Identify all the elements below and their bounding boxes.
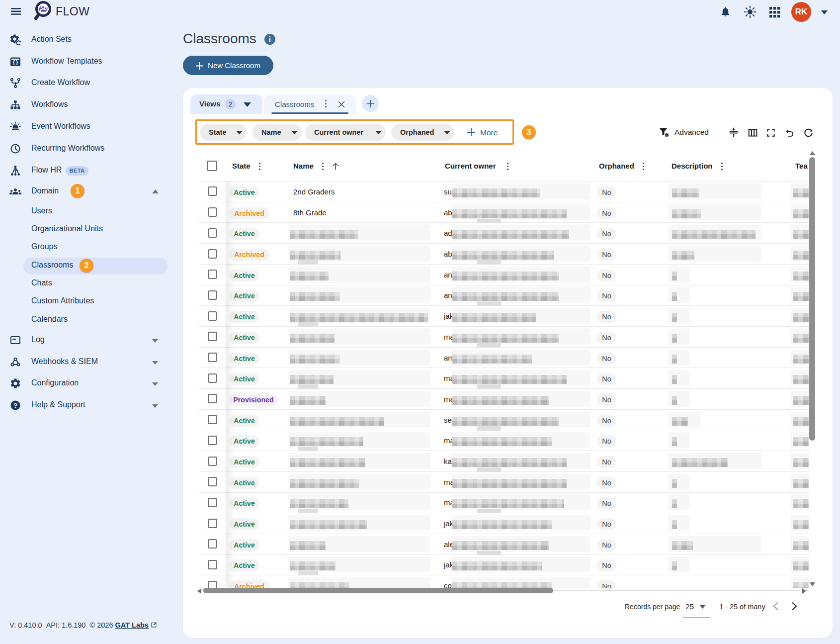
svg-text:}: } xyxy=(16,59,18,65)
svg-text:?: ? xyxy=(13,402,17,409)
svg-text:{: { xyxy=(13,59,15,65)
